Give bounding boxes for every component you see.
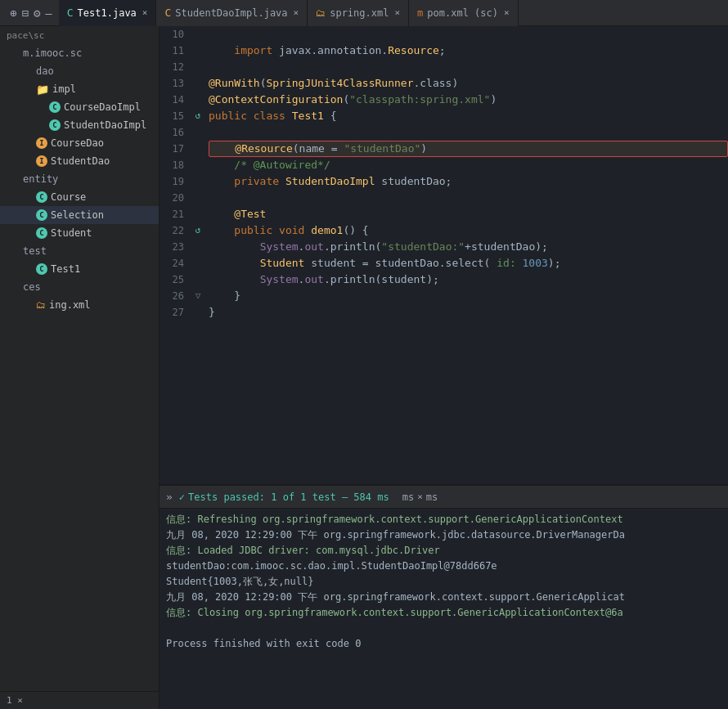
console-line-3: 信息: Loaded JDBC driver: com.mysql.jdbc.D… <box>166 543 721 559</box>
console-tab-2[interactable]: ms <box>426 491 438 503</box>
line-numbers: 10 11 12 13 14 15 16 17 18 19 20 21 22 2… <box>160 26 191 484</box>
sidebar-item-mimoocsc[interactable]: m.imooc.sc <box>0 44 159 62</box>
console-area: » ✓ Tests passed: 1 of 1 test – 584 ms m… <box>160 484 728 709</box>
console-line-6: 九月 08, 2020 12:29:00 下午 org.springframew… <box>166 590 721 605</box>
sidebar-item-coursedaoimpl[interactable]: C CourseDaoImpl <box>0 98 159 116</box>
sidebar-item-test[interactable]: test <box>0 242 159 260</box>
code-line-24: Student student = studentDao.select( id:… <box>209 255 728 271</box>
code-line-15: public class Test1 { <box>209 108 728 124</box>
sidebar-item-impl[interactable]: 📁 impl <box>0 80 159 98</box>
console-line-8 <box>166 621 721 636</box>
interface-icon-studentdao: I <box>36 155 47 167</box>
console-tab-1[interactable]: ms × <box>402 491 423 503</box>
add-tab-icon[interactable]: ⊕ <box>10 7 16 20</box>
folder-icon: 📁 <box>36 83 49 96</box>
tab-bar-actions: ⊕ ⊟ ⚙ — <box>3 7 59 20</box>
code-line-27: } <box>209 304 728 321</box>
code-line-12 <box>209 59 728 75</box>
console-line-7: 信息: Closing org.springframework.context.… <box>166 605 721 621</box>
code-line-20 <box>209 190 728 206</box>
code-line-13: @RunWith(SpringJUnit4ClassRunner.class) <box>209 75 728 92</box>
split-icon[interactable]: ⊟ <box>21 7 28 20</box>
code-line-23: System.out.println("studentDao:"+student… <box>209 239 728 255</box>
sidebar-item-selection[interactable]: C Selection <box>0 206 159 224</box>
console-line-2: 九月 08, 2020 12:29:00 下午 org.springframew… <box>166 527 721 543</box>
sidebar-item-entity[interactable]: entity <box>0 170 159 188</box>
tab-bar: ⊕ ⊟ ⚙ — C Test1.java × C StudentDaoImpl.… <box>0 0 728 26</box>
console-line-9: Process finished with exit code 0 <box>166 636 721 652</box>
main-area: pace\sc m.imooc.sc dao 📁 impl C CourseDa… <box>0 26 728 709</box>
code-line-17: @Resource(name = "studentDao") <box>209 141 728 157</box>
class-icon-test1: C <box>36 263 47 275</box>
console-line-4: studentDao:com.imooc.sc.dao.impl.Student… <box>166 559 721 574</box>
class-icon-selection: C <box>36 209 47 221</box>
tab-label-pomxml: pom.xml (sc) <box>427 7 498 19</box>
interface-icon-coursedao: I <box>36 137 47 149</box>
sidebar: pace\sc m.imooc.sc dao 📁 impl C CourseDa… <box>0 26 160 709</box>
code-line-10 <box>209 26 728 43</box>
sidebar-bottom: 1 × <box>0 691 159 709</box>
tab-label-test1: Test1.java <box>78 7 137 19</box>
sidebar-item-ces[interactable]: ces <box>0 278 159 296</box>
code-line-11: import javax.annotation.Resource; <box>209 43 728 59</box>
tab-close-studentdaoimpl[interactable]: × <box>294 7 299 18</box>
code-line-21: @Test <box>209 206 728 222</box>
console-tab-1-close[interactable]: × <box>417 491 423 502</box>
console-tab-1-label: ms <box>402 491 414 503</box>
gutter: ↺ ↺ ▽ <box>191 26 205 484</box>
console-output[interactable]: 信息: Refreshing org.springframework.conte… <box>160 509 728 709</box>
code-line-18: /* @Autowired*/ <box>209 157 728 173</box>
sidebar-item-coursedao[interactable]: I CourseDao <box>0 134 159 152</box>
sidebar-bottom-label: 1 × <box>7 695 23 706</box>
editor-area: 10 11 12 13 14 15 16 17 18 19 20 21 22 2… <box>160 26 728 709</box>
sidebar-path: pace\sc <box>0 26 159 44</box>
code-line-22: public void demo1() { <box>209 222 728 239</box>
sidebar-item-student[interactable]: C Student <box>0 224 159 242</box>
tab-icon-green: C <box>67 7 74 19</box>
check-icon: ✓ <box>179 491 185 503</box>
class-icon-student: C <box>36 227 47 239</box>
class-icon-studentdaoimpl: C <box>49 119 61 131</box>
code-lines[interactable]: import javax.annotation.Resource; @RunWi… <box>205 26 728 484</box>
tab-test1[interactable]: C Test1.java × <box>59 0 157 26</box>
console-line-1: 信息: Refreshing org.springframework.conte… <box>166 512 721 527</box>
class-icon-coursedaoimpl: C <box>49 101 61 113</box>
sidebar-item-studentdaoimpl[interactable]: C StudentDaoImpl <box>0 116 159 134</box>
tab-label-studentdaoimpl: StudentDaoImpl.java <box>175 7 287 19</box>
tab-label-springxml: spring.xml <box>330 7 389 19</box>
sidebar-tree: m.imooc.sc dao 📁 impl C CourseDaoImpl C … <box>0 44 159 691</box>
sidebar-item-ingxml[interactable]: 🗂 ing.xml <box>0 296 159 314</box>
tab-icon-pom: m <box>417 7 423 19</box>
sidebar-item-dao[interactable]: dao <box>0 62 159 80</box>
tab-close-test1[interactable]: × <box>142 7 148 18</box>
sidebar-item-course[interactable]: C Course <box>0 188 159 206</box>
console-toolbar: » ✓ Tests passed: 1 of 1 test – 584 ms m… <box>160 486 728 509</box>
tab-icon-orange: C <box>164 7 171 19</box>
code-container[interactable]: 10 11 12 13 14 15 16 17 18 19 20 21 22 2… <box>160 26 728 484</box>
console-status: ✓ Tests passed: 1 of 1 test – 584 ms <box>179 491 389 503</box>
code-line-16 <box>209 124 728 141</box>
console-tabs: ms × ms <box>402 491 438 503</box>
settings-icon[interactable]: ⚙ <box>34 7 40 20</box>
code-line-19: private StudentDaoImpl studentDao; <box>209 173 728 190</box>
code-line-26: } <box>209 288 728 304</box>
class-icon-course: C <box>36 191 47 203</box>
tab-springxml[interactable]: 🗂 spring.xml × <box>308 0 409 26</box>
code-line-14: @ContextConfiguration("classpath:spring.… <box>209 92 728 108</box>
tab-close-pomxml[interactable]: × <box>504 7 510 18</box>
tab-pomxml[interactable]: m pom.xml (sc) × <box>409 0 519 26</box>
tab-close-springxml[interactable]: × <box>394 7 400 18</box>
console-tab-2-label: ms <box>426 491 438 503</box>
console-arrow-icon[interactable]: » <box>166 491 173 503</box>
xml-icon: 🗂 <box>36 299 46 311</box>
console-status-text: Tests passed: 1 of 1 test – 584 ms <box>188 491 389 503</box>
minimize-icon[interactable]: — <box>45 7 52 20</box>
tab-icon-xml: 🗂 <box>316 7 326 19</box>
tab-studentdaoimpl[interactable]: C StudentDaoImpl.java × <box>156 0 308 26</box>
console-line-5: Student{1003,张飞,女,null} <box>166 574 721 590</box>
code-line-25: System.out.println(student); <box>209 271 728 288</box>
sidebar-item-test1[interactable]: C Test1 <box>0 260 159 278</box>
sidebar-item-studentdao[interactable]: I StudentDao <box>0 152 159 170</box>
